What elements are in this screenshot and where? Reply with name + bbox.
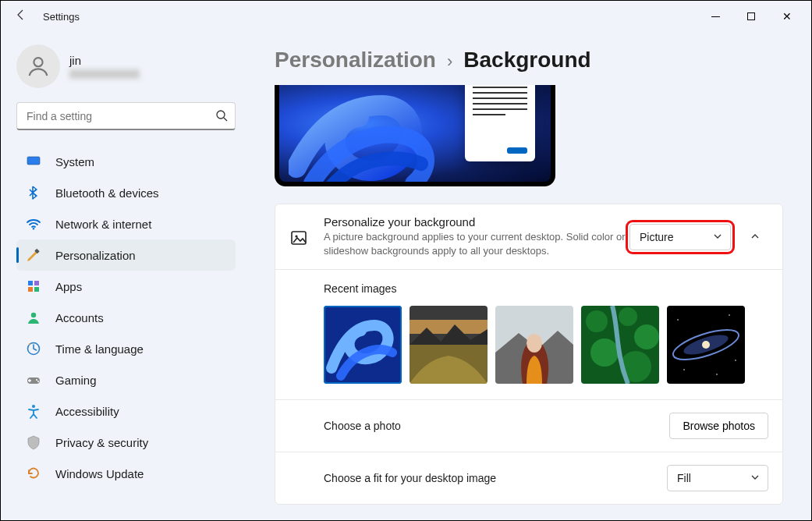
svg-point-39: [716, 374, 718, 376]
select-value: Picture: [640, 231, 674, 243]
nav-item-privacy[interactable]: Privacy & security: [16, 427, 236, 458]
svg-point-14: [36, 379, 37, 381]
nav-item-system[interactable]: System: [16, 146, 236, 177]
background-type-select[interactable]: Picture: [629, 224, 731, 250]
browse-photos-button[interactable]: Browse photos: [669, 413, 768, 439]
accessibility-icon: [26, 403, 41, 419]
paint-icon: [26, 247, 41, 263]
gamepad-icon: [26, 372, 41, 388]
svg-rect-7: [34, 281, 39, 285]
user-block[interactable]: jin: [16, 44, 236, 88]
svg-point-36: [729, 315, 730, 317]
nav-item-personalization[interactable]: Personalization: [16, 239, 236, 271]
bg-title: Personalize your background: [324, 215, 629, 229]
chevron-up-icon: [750, 230, 760, 244]
search-box[interactable]: [16, 102, 236, 130]
nav-item-bluetooth[interactable]: Bluetooth & devices: [16, 177, 236, 208]
nav-item-label: Accessibility: [55, 405, 226, 418]
recent-image-thumb[interactable]: [667, 306, 745, 384]
svg-point-1: [217, 111, 225, 119]
nav-list: SystemBluetooth & devicesNetwork & inter…: [16, 146, 236, 489]
chevron-down-icon: [750, 472, 760, 484]
svg-point-15: [37, 381, 39, 382]
search-input[interactable]: [16, 102, 236, 130]
monitor-icon: [26, 154, 41, 169]
fit-select[interactable]: Fill: [667, 465, 768, 491]
sidebar: jin SystemBluetooth & devicesNetwork & i…: [1, 32, 246, 520]
nav-item-label: Personalization: [55, 249, 226, 262]
preview-mini-window: [465, 85, 535, 161]
fit-select-value: Fill: [677, 472, 691, 484]
svg-point-26: [586, 310, 608, 332]
nav-item-accounts[interactable]: Accounts: [16, 302, 236, 333]
choose-photo-row: Choose a photo Browse photos: [275, 399, 782, 452]
main-content: Personalization › Background: [246, 32, 811, 520]
svg-rect-8: [28, 287, 33, 292]
avatar: [16, 44, 60, 88]
nav-item-accessibility[interactable]: Accessibility: [16, 395, 236, 427]
recent-images-section: Recent images: [275, 269, 782, 399]
recent-images-label: Recent images: [324, 282, 768, 295]
nav-item-network[interactable]: Network & internet: [16, 208, 236, 239]
choose-photo-label: Choose a photo: [324, 420, 669, 432]
nav-item-apps[interactable]: Apps: [16, 271, 236, 302]
bluetooth-icon: [26, 185, 41, 200]
svg-point-29: [590, 338, 619, 367]
person-icon: [26, 310, 41, 325]
recent-image-thumb[interactable]: [495, 306, 573, 384]
card-collapse-toggle[interactable]: [742, 224, 768, 250]
minimize-button[interactable]: [697, 4, 733, 29]
wifi-icon: [26, 216, 41, 232]
breadcrumb-current: Background: [463, 48, 590, 73]
svg-point-35: [677, 320, 679, 321]
breadcrumb-sep: ›: [447, 51, 452, 72]
svg-point-34: [702, 341, 710, 349]
search-icon: [215, 109, 228, 122]
svg-point-0: [34, 58, 42, 66]
close-button[interactable]: ✕: [769, 4, 805, 29]
app-title: Settings: [43, 11, 80, 23]
nav-item-label: Network & internet: [55, 218, 226, 231]
nav-item-label: System: [55, 155, 226, 168]
nav-item-label: Bluetooth & devices: [55, 186, 226, 200]
desktop-preview: [275, 85, 555, 186]
user-name: jin: [69, 54, 140, 67]
recent-images-thumbs: [324, 306, 768, 384]
nav-item-label: Accounts: [55, 311, 226, 324]
nav-item-gaming[interactable]: Gaming: [16, 364, 236, 395]
recent-image-thumb[interactable]: [324, 306, 402, 384]
nav-item-label: Gaming: [55, 374, 226, 387]
nav-item-time[interactable]: Time & language: [16, 333, 236, 364]
related-settings-heading: Related settings: [275, 519, 783, 520]
shield-icon: [26, 434, 41, 450]
svg-point-24: [527, 334, 542, 353]
maximize-button[interactable]: [733, 4, 769, 29]
svg-rect-6: [28, 281, 33, 285]
nav-item-update[interactable]: Windows Update: [16, 458, 236, 489]
breadcrumb: Personalization › Background: [275, 48, 783, 73]
titlebar: Settings ✕: [1, 1, 811, 32]
nav-item-label: Apps: [55, 280, 226, 293]
svg-point-27: [619, 307, 637, 326]
svg-rect-2: [27, 157, 40, 165]
back-button[interactable]: [7, 9, 35, 24]
recent-image-thumb[interactable]: [581, 306, 659, 384]
fit-row: Choose a fit for your desktop image Fill: [275, 452, 782, 504]
chevron-down-icon: [713, 231, 722, 243]
svg-rect-9: [34, 287, 39, 292]
bg-desc: A picture background applies to your cur…: [324, 230, 629, 258]
svg-point-12: [29, 343, 30, 345]
image-icon: [289, 229, 308, 247]
svg-point-37: [735, 360, 736, 362]
clock-icon: [26, 341, 41, 356]
recent-image-thumb[interactable]: [410, 306, 488, 384]
breadcrumb-parent[interactable]: Personalization: [275, 48, 436, 73]
svg-point-4: [33, 228, 34, 229]
nav-item-label: Windows Update: [55, 467, 226, 480]
svg-point-38: [683, 370, 685, 371]
fit-label: Choose a fit for your desktop image: [324, 472, 667, 484]
svg-point-10: [31, 313, 36, 317]
update-icon: [26, 466, 41, 481]
svg-point-16: [32, 405, 35, 408]
svg-point-28: [634, 324, 659, 349]
